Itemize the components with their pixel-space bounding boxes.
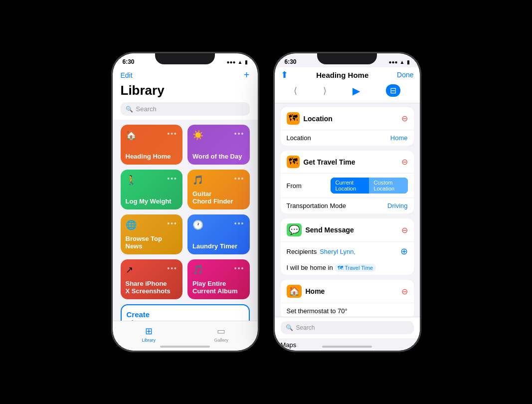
add-recipient-button[interactable]: ⊕ bbox=[400, 246, 408, 257]
nav-library[interactable]: ⊞ Library bbox=[113, 326, 185, 347]
add-button[interactable]: + bbox=[244, 69, 250, 81]
location-value[interactable]: Home bbox=[390, 134, 408, 142]
notch-left bbox=[155, 53, 215, 64]
tile-dots-4[interactable]: ••• bbox=[234, 175, 245, 183]
detail-title: Heading Home bbox=[288, 71, 397, 79]
detail-scroll[interactable]: 🗺 Location ⊖ Location Home 🗺 Get Travel … bbox=[275, 103, 420, 336]
tile-label-play-album: Play EntireCurrent Album bbox=[192, 280, 245, 295]
toolbar-fwd-icon[interactable]: ⟩ bbox=[323, 85, 327, 96]
toolbar-play-button[interactable]: ▶ bbox=[353, 85, 360, 97]
gallery-nav-icon: ▭ bbox=[217, 326, 225, 337]
tile-header-1: 🏠 ••• bbox=[126, 130, 178, 141]
home-remove-button[interactable]: ⊖ bbox=[401, 287, 408, 296]
notch-right bbox=[317, 53, 377, 64]
transport-value[interactable]: Driving bbox=[387, 202, 407, 209]
tile-laundry-timer[interactable]: 🕐 ••• Laundry Timer bbox=[187, 214, 250, 254]
home-indicator-left bbox=[160, 346, 210, 348]
tile-word-of-the-day[interactable]: ☀️ ••• Word of the Day bbox=[187, 125, 250, 165]
signal-icon-right: ●●● bbox=[388, 59, 397, 65]
travel-time-badge[interactable]: 🗺 Travel Time bbox=[335, 264, 376, 272]
share-button[interactable]: ⬆ bbox=[281, 69, 288, 80]
tile-share-iphone[interactable]: ↗ ••• Share iPhoneX Screenshots bbox=[121, 259, 183, 299]
tile-label-word-of-day: Word of the Day bbox=[192, 153, 245, 161]
done-button[interactable]: Done bbox=[397, 71, 413, 79]
message-text-static: I will be home in bbox=[287, 264, 335, 271]
status-icons-left: ●●● ▲ ▮ bbox=[226, 59, 247, 65]
gallery-nav-label: Gallery bbox=[214, 338, 228, 343]
library-nav-label: Library bbox=[142, 338, 156, 343]
bottom-search-placeholder: Search bbox=[296, 324, 315, 331]
travel-time-icon: 🗺 bbox=[287, 156, 300, 168]
tile-icon-5: 🌐 bbox=[126, 219, 137, 230]
tile-icon-8: 🎵 bbox=[192, 264, 203, 275]
nav-gallery[interactable]: ▭ Gallery bbox=[185, 326, 258, 347]
bottom-search-area: 🔍 Search bbox=[275, 317, 420, 338]
tile-icon-2: ☀️ bbox=[192, 130, 203, 141]
right-phone-screen: 6:30 ●●● ▲ ▮ ⬆ Heading Home Done ⟨ ⟩ ▶ bbox=[275, 53, 420, 351]
message-body-row: I will be home in 🗺 Travel Time bbox=[281, 261, 414, 275]
from-label: From bbox=[287, 182, 327, 190]
tile-icon-4: 🎵 bbox=[192, 175, 203, 186]
home-action-icon: 🏠 bbox=[287, 285, 302, 298]
send-message-header: 💬 Send Message ⊖ bbox=[281, 218, 414, 242]
toolbar-toggle-button[interactable]: ⊟ bbox=[386, 84, 400, 97]
edit-button[interactable]: Edit bbox=[121, 71, 133, 79]
library-nav-icon: ⊞ bbox=[145, 326, 153, 337]
tile-browse-top-news[interactable]: 🌐 ••• Browse Top News bbox=[121, 214, 183, 254]
tile-log-my-weight[interactable]: 🚶 ••• Log My Weight bbox=[121, 170, 183, 209]
send-message-title: Send Message bbox=[306, 226, 397, 234]
tile-heading-home[interactable]: 🏠 ••• Heading Home bbox=[121, 125, 183, 165]
recipients-row: Recipients Sheryl Lynn, ⊕ bbox=[281, 242, 414, 261]
wifi-icon: ▲ bbox=[238, 59, 243, 65]
status-icons-right: ●●● ▲ ▮ bbox=[388, 59, 409, 65]
tile-play-album[interactable]: 🎵 ••• Play EntireCurrent Album bbox=[187, 259, 250, 299]
travel-time-card: 🗺 Get Travel Time ⊖ From Current Locatio… bbox=[281, 151, 414, 213]
search-bar-left[interactable]: 🔍 Search bbox=[121, 102, 250, 116]
tile-header-7: ↗ ••• bbox=[126, 264, 178, 275]
bottom-search-bar[interactable]: 🔍 Search bbox=[281, 321, 414, 334]
left-phone: 6:30 ●●● ▲ ▮ Edit + Library 🔍 Search bbox=[112, 52, 259, 352]
tile-label-share: Share iPhoneX Screenshots bbox=[126, 280, 178, 295]
travel-time-title: Get Travel Time bbox=[304, 158, 397, 166]
transport-row: Transportation Mode Driving bbox=[281, 198, 414, 213]
location-remove-button[interactable]: ⊖ bbox=[401, 114, 408, 123]
left-phone-screen: 6:30 ●●● ▲ ▮ Edit + Library 🔍 Search bbox=[113, 53, 258, 351]
recipients-value[interactable]: Sheryl Lynn, bbox=[320, 248, 355, 255]
custom-location-option[interactable]: Custom Location bbox=[369, 178, 408, 194]
tile-header-2: ☀️ ••• bbox=[192, 130, 245, 141]
library-title: Library bbox=[121, 83, 250, 98]
location-row: Location Home bbox=[281, 130, 414, 146]
tile-dots-8[interactable]: ••• bbox=[234, 264, 245, 272]
tile-icon-3: 🚶 bbox=[126, 175, 137, 186]
library-header-top: Edit + bbox=[121, 69, 250, 81]
home-card: 🏠 Home ⊖ Set thermostat to 70° bbox=[281, 280, 414, 319]
bottom-search-icon: 🔍 bbox=[286, 324, 293, 331]
tile-dots-2[interactable]: ••• bbox=[234, 130, 245, 138]
tile-dots-3[interactable]: ••• bbox=[167, 175, 177, 183]
tile-header-8: 🎵 ••• bbox=[192, 264, 245, 275]
battery-icon: ▮ bbox=[245, 59, 248, 65]
tile-guitar-chord-finder[interactable]: 🎵 ••• GuitarChord Finder bbox=[187, 170, 250, 209]
travel-time-remove-button[interactable]: ⊖ bbox=[401, 157, 408, 167]
send-message-remove-button[interactable]: ⊖ bbox=[401, 225, 408, 235]
location-label: Location bbox=[287, 134, 327, 142]
home-action-title: Home bbox=[306, 287, 397, 295]
tile-dots-7[interactable]: ••• bbox=[167, 264, 177, 272]
time-right: 6:30 bbox=[285, 58, 297, 65]
tile-header-5: 🌐 ••• bbox=[126, 219, 178, 230]
detail-header: ⬆ Heading Home Done ⟨ ⟩ ▶ ⊟ bbox=[275, 67, 420, 103]
recipients-label: Recipients bbox=[287, 248, 317, 255]
tile-dots-6[interactable]: ••• bbox=[234, 219, 245, 227]
location-icon: 🗺 bbox=[287, 112, 300, 125]
tile-dots-5[interactable]: ••• bbox=[167, 219, 177, 227]
transport-label: Transportation Mode bbox=[287, 202, 346, 209]
current-location-option[interactable]: Current Location bbox=[331, 178, 369, 194]
tile-dots-1[interactable]: ••• bbox=[167, 130, 177, 138]
detail-toolbar: ⟨ ⟩ ▶ ⊟ bbox=[281, 80, 414, 99]
location-segment[interactable]: Current Location Custom Location bbox=[331, 178, 408, 194]
tile-header-4: 🎵 ••• bbox=[192, 175, 245, 186]
wifi-icon-right: ▲ bbox=[400, 59, 405, 65]
search-placeholder-left: Search bbox=[136, 105, 157, 113]
toolbar-back-icon[interactable]: ⟨ bbox=[294, 85, 297, 96]
tile-label-log-weight: Log My Weight bbox=[126, 198, 178, 205]
